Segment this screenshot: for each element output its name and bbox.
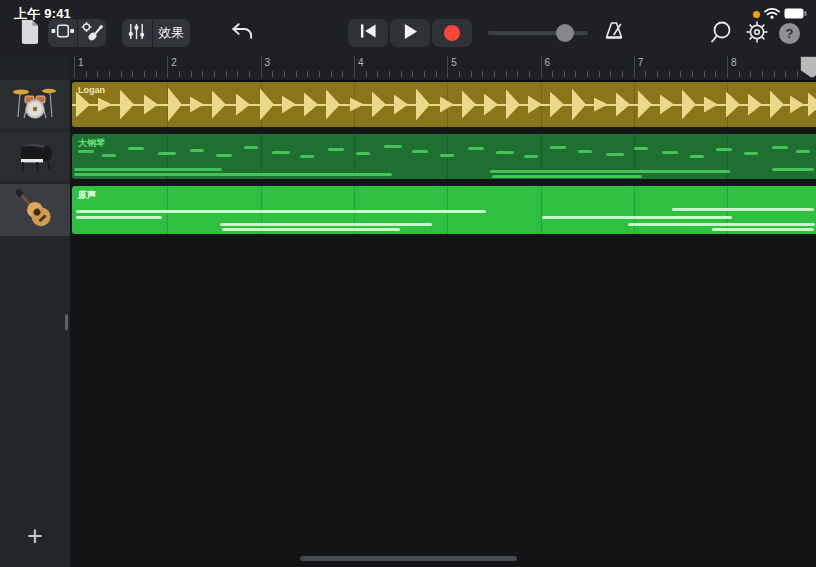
help-button[interactable]: ? <box>779 23 800 44</box>
waveform-spike <box>748 94 762 116</box>
waveform-spike <box>506 90 520 120</box>
instruments-icon <box>80 21 103 46</box>
ruler-measure-label: 3 <box>265 57 271 68</box>
help-question-label: ? <box>786 26 794 41</box>
region-drums[interactable]: Logan <box>72 82 816 127</box>
recording-indicator-dot <box>753 11 760 18</box>
ruler-tick <box>506 71 507 77</box>
play-button[interactable] <box>390 19 430 47</box>
region-gridline <box>541 186 542 234</box>
waveform-spike <box>770 91 784 119</box>
ruler-measure-line <box>261 56 262 78</box>
record-button[interactable] <box>432 19 472 47</box>
midi-note <box>78 150 94 153</box>
header-resize-handle[interactable] <box>65 314 68 330</box>
tracks-view-button[interactable] <box>48 19 77 47</box>
sound-browser-button[interactable] <box>77 19 107 47</box>
ruler-tick <box>121 71 122 77</box>
ruler-tick <box>482 71 483 77</box>
mixer-sliders-icon <box>127 22 146 45</box>
ruler-measure-label: 2 <box>171 57 177 68</box>
grand-piano-icon <box>11 135 59 179</box>
go-to-beginning-button[interactable] <box>348 19 388 47</box>
midi-note <box>440 154 454 157</box>
ruler-tick <box>424 71 425 77</box>
midi-note <box>628 223 815 226</box>
region-label-drums: Logan <box>78 85 105 95</box>
midi-note <box>662 151 678 154</box>
remix-fx-button[interactable] <box>122 19 152 47</box>
ruler-tick <box>669 71 670 77</box>
midi-note <box>128 147 144 150</box>
undo-button[interactable] <box>228 20 256 46</box>
ruler-tick <box>587 71 588 77</box>
ruler-tick <box>645 71 646 77</box>
settings-button[interactable] <box>744 21 770 47</box>
waveform-spike <box>168 88 182 122</box>
add-track-button[interactable]: + <box>21 522 49 550</box>
midi-note <box>356 152 370 155</box>
ruler-tick <box>132 71 133 77</box>
ruler-measure-line <box>354 56 355 78</box>
track-header-acoustic-guitar[interactable] <box>0 184 70 236</box>
ruler-tick <box>564 71 565 77</box>
track-header-drums[interactable] <box>0 80 70 129</box>
midi-note <box>222 228 400 231</box>
ruler-tick <box>377 71 378 77</box>
ruler-tick <box>774 71 775 77</box>
waveform-spike <box>212 91 226 119</box>
ruler-tick <box>436 71 437 77</box>
ruler-measure-label: 1 <box>78 57 84 68</box>
midi-note <box>542 216 732 219</box>
ruler-tick <box>750 71 751 77</box>
ruler-measure-line <box>541 56 542 78</box>
midi-note <box>672 208 814 211</box>
ruler-tick <box>109 71 110 77</box>
ruler-tick <box>762 71 763 77</box>
midi-note <box>158 152 176 155</box>
ruler-measure-line <box>634 56 635 78</box>
ruler-tick <box>552 71 553 77</box>
effects-button[interactable]: 效果 <box>152 19 190 47</box>
track-header-grand-piano[interactable] <box>0 132 70 181</box>
home-indicator[interactable] <box>300 556 517 561</box>
region-acoustic-guitar[interactable]: 原声 <box>72 186 816 234</box>
timeline-ruler[interactable]: 12345678 <box>70 56 816 82</box>
metronome-button[interactable] <box>602 21 626 45</box>
midi-note <box>190 149 204 152</box>
ruler-tick <box>249 71 250 77</box>
garageband-app: 上午 9:41 <box>0 0 816 567</box>
ruler-measure-line <box>74 56 75 78</box>
waveform-spike <box>808 93 816 117</box>
ruler-tick <box>342 71 343 77</box>
ruler-tick <box>599 71 600 77</box>
document-icon <box>19 19 40 48</box>
midi-note <box>744 152 758 155</box>
ruler-tick <box>622 71 623 77</box>
waveform-spike <box>98 98 112 112</box>
my-songs-button[interactable] <box>14 19 44 47</box>
volume-slider-knob[interactable] <box>556 24 574 42</box>
ruler-tick <box>284 71 285 77</box>
loop-browser-button[interactable] <box>708 21 734 47</box>
waveform-spike <box>682 90 696 120</box>
ruler-tick <box>319 71 320 77</box>
ruler-tick <box>202 71 203 77</box>
waveform-spike <box>616 93 630 117</box>
view-toggle-group <box>48 19 106 47</box>
ruler-tick <box>657 71 658 77</box>
ruler-measure-label: 5 <box>451 57 457 68</box>
region-grand-piano[interactable]: 大钢琴 <box>72 134 816 179</box>
ruler-tick <box>307 71 308 77</box>
ruler-tick <box>272 71 273 77</box>
waveform-spike <box>120 90 134 120</box>
sidebar-ruler-corner <box>0 56 70 80</box>
ruler-measure-line <box>447 56 448 78</box>
region-label-acoustic-guitar: 原声 <box>78 189 96 202</box>
ruler-tick <box>704 71 705 77</box>
ruler-tick <box>226 71 227 77</box>
effects-button-label: 效果 <box>158 24 184 42</box>
midi-note <box>550 146 566 149</box>
ruler-tick <box>366 71 367 77</box>
waveform-spike <box>144 95 158 115</box>
